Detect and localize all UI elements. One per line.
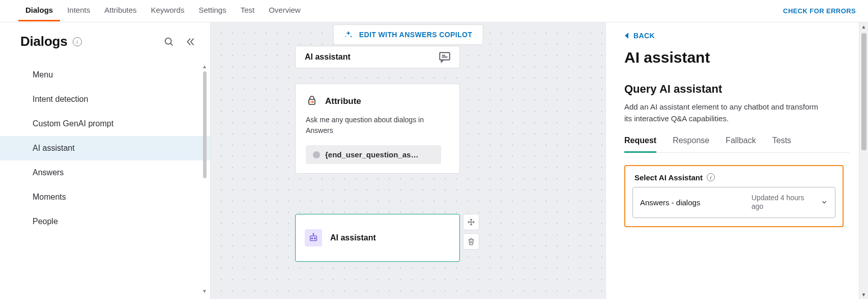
scroll-down-arrow-icon[interactable]: ▼ bbox=[861, 290, 866, 299]
search-icon[interactable] bbox=[163, 36, 175, 47]
select-value: Answers - dialogs bbox=[640, 198, 700, 207]
back-label: BACK bbox=[633, 32, 655, 40]
panel-title: AI assistant bbox=[624, 49, 850, 66]
sidebar-title: Dialogs bbox=[20, 34, 68, 49]
scroll-down-arrow-icon[interactable]: ▼ bbox=[202, 288, 207, 294]
page-scrollbar[interactable]: ▲ ▼ bbox=[859, 22, 868, 299]
select-ai-assistant-section: Select AI Assistant i Answers - dialogs … bbox=[624, 165, 844, 227]
back-button[interactable]: BACK bbox=[624, 32, 850, 40]
svg-point-7 bbox=[311, 238, 312, 239]
scroll-thumb[interactable] bbox=[861, 33, 866, 150]
node-ai-assistant-header[interactable]: AI assistant bbox=[295, 46, 460, 68]
info-icon[interactable]: i bbox=[73, 37, 82, 46]
copilot-label: EDIT WITH ANSWERS COPILOT bbox=[359, 31, 473, 39]
chip-dot-icon bbox=[313, 151, 320, 158]
move-node-button[interactable] bbox=[463, 214, 479, 230]
node-attribute-title: Attribute bbox=[325, 96, 361, 106]
info-icon[interactable]: i bbox=[707, 173, 715, 181]
svg-line-1 bbox=[170, 43, 172, 45]
sidebar-item-moments[interactable]: Moments bbox=[0, 185, 210, 209]
node-title: AI assistant bbox=[305, 52, 351, 62]
chevron-down-icon bbox=[821, 199, 828, 206]
node-attribute-description: Ask me any question about dialogs in Ans… bbox=[306, 115, 449, 136]
collapse-sidebar-icon[interactable] bbox=[185, 36, 196, 47]
sidebar-item-menu[interactable]: Menu bbox=[0, 63, 210, 87]
top-tabs: Dialogs Intents Attributes Keywords Sett… bbox=[0, 0, 868, 22]
node-title: AI assistant bbox=[330, 233, 376, 242]
panel-tab-tests[interactable]: Tests bbox=[772, 136, 791, 152]
attribute-chip[interactable]: {end_user_question_as… bbox=[306, 145, 441, 164]
sidebar-list: Menu Intent detection Custom GenAI promp… bbox=[0, 59, 210, 234]
sidebar-header: Dialogs i bbox=[0, 22, 210, 59]
tab-attributes[interactable]: Attributes bbox=[97, 1, 143, 21]
panel-description: Add an AI assistant element to any chatb… bbox=[624, 101, 828, 125]
sidebar-item-answers[interactable]: Answers bbox=[0, 160, 210, 185]
panel-subtitle: Query AI assistant bbox=[624, 83, 850, 96]
node-attribute[interactable]: Attribute Ask me any question about dial… bbox=[295, 84, 460, 174]
top-tabs-list: Dialogs Intents Attributes Keywords Sett… bbox=[18, 1, 308, 21]
tab-keywords[interactable]: Keywords bbox=[144, 1, 192, 21]
tab-dialogs[interactable]: Dialogs bbox=[18, 1, 60, 21]
sidebar-scrollbar[interactable]: ▲ ▼ bbox=[202, 64, 207, 294]
tab-test[interactable]: Test bbox=[234, 1, 262, 21]
edit-with-copilot-button[interactable]: EDIT WITH ANSWERS COPILOT bbox=[333, 24, 483, 45]
attribute-icon bbox=[306, 95, 318, 107]
tab-settings[interactable]: Settings bbox=[191, 1, 233, 21]
node-actions bbox=[463, 214, 479, 250]
svg-marker-13 bbox=[625, 33, 628, 39]
dialog-canvas[interactable]: EDIT WITH ANSWERS COPILOT AI assistant A… bbox=[211, 22, 605, 299]
scroll-up-arrow-icon[interactable]: ▲ bbox=[861, 22, 866, 31]
select-updated-label: Updated 4 hours ago bbox=[751, 194, 813, 211]
select-ai-assistant-label: Select AI Assistant bbox=[634, 173, 703, 182]
svg-point-10 bbox=[313, 233, 314, 234]
ai-assistant-select[interactable]: Answers - dialogs Updated 4 hours ago bbox=[632, 187, 835, 218]
scroll-thumb[interactable] bbox=[203, 71, 207, 178]
panel-tab-fallback[interactable]: Fallback bbox=[726, 136, 756, 152]
sparkle-icon bbox=[344, 30, 353, 39]
sidebar-item-ai-assistant[interactable]: AI assistant bbox=[0, 136, 210, 160]
sidebar-item-custom-genai-prompt[interactable]: Custom GenAI prompt bbox=[0, 112, 210, 136]
panel-tab-response[interactable]: Response bbox=[673, 136, 709, 152]
sidebar-item-people[interactable]: People bbox=[0, 209, 210, 234]
chat-icon bbox=[438, 50, 451, 64]
right-panel: BACK AI assistant Query AI assistant Add… bbox=[605, 22, 868, 299]
svg-point-0 bbox=[165, 38, 171, 44]
node-ai-assistant-selected[interactable]: AI assistant bbox=[295, 214, 460, 262]
svg-point-8 bbox=[314, 238, 315, 239]
tab-overview[interactable]: Overview bbox=[262, 1, 308, 21]
check-for-errors-button[interactable]: CHECK FOR ERRORS bbox=[783, 7, 856, 15]
panel-tabs: Request Response Fallback Tests bbox=[624, 136, 850, 153]
svg-rect-2 bbox=[440, 52, 450, 60]
sidebar-item-intent-detection[interactable]: Intent detection bbox=[0, 87, 210, 112]
scroll-up-arrow-icon[interactable]: ▲ bbox=[202, 64, 207, 69]
sidebar: Dialogs i Menu Intent detection Custom G… bbox=[0, 22, 211, 299]
tab-intents[interactable]: Intents bbox=[60, 1, 97, 21]
robot-icon bbox=[305, 229, 322, 247]
chip-text: {end_user_question_as… bbox=[325, 150, 418, 159]
panel-tab-request[interactable]: Request bbox=[624, 136, 656, 153]
delete-node-button[interactable] bbox=[463, 233, 479, 250]
